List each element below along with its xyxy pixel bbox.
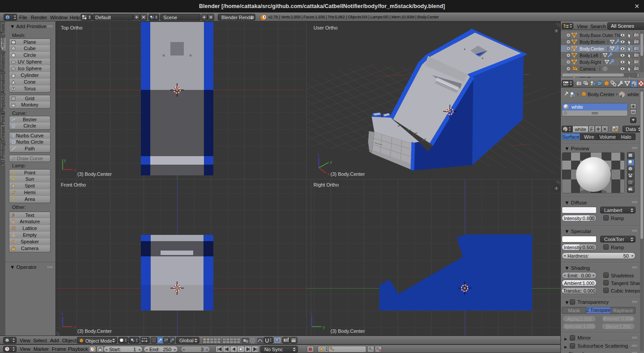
svg-text:|: | <box>607 46 609 51</box>
svg-text:(3) Body.Center: (3) Body.Center <box>77 328 112 334</box>
svg-text:(3) Body.Center: (3) Body.Center <box>330 328 365 334</box>
svg-text:Body.Left: Body.Left <box>580 53 598 58</box>
svg-text:Body.Center: Body.Center <box>580 47 605 51</box>
svg-text:y: y <box>64 158 66 162</box>
svg-text:|: | <box>599 66 601 71</box>
svg-text:|: | <box>603 60 605 64</box>
svg-text:i: i <box>7 16 8 20</box>
svg-text:white: white <box>627 92 639 97</box>
svg-text:y: y <box>330 160 332 164</box>
svg-text:z: z <box>61 311 64 316</box>
svg-text:x: x <box>74 168 76 172</box>
svg-text:z: z <box>310 311 313 316</box>
svg-text:Body.Center: Body.Center <box>588 92 615 97</box>
svg-text:|: | <box>600 53 602 58</box>
svg-text:x: x <box>74 325 76 329</box>
svg-text:Right Ortho: Right Ortho <box>314 182 339 187</box>
svg-text:(3) Body.Center: (3) Body.Center <box>77 171 112 177</box>
svg-text:Camera: Camera <box>580 67 596 72</box>
svg-text:Top Ortho: Top Ortho <box>61 25 82 30</box>
svg-text:(3) Body.Center: (3) Body.Center <box>330 171 365 177</box>
svg-text:Body.Bottom: Body.Bottom <box>580 40 605 45</box>
svg-text:x: x <box>327 172 330 176</box>
svg-text:y: y <box>323 325 325 329</box>
svg-text:Body.Base.Outer.Thin: Body.Base.Outer.Thin <box>580 33 623 38</box>
svg-text:|: | <box>607 39 609 44</box>
svg-text:Body.Right: Body.Right <box>580 60 601 65</box>
svg-text:z: z <box>318 153 320 157</box>
svg-text:Front Ortho: Front Ortho <box>61 182 86 187</box>
svg-text:User Ortho: User Ortho <box>314 25 338 30</box>
svg-text:F: F <box>12 213 15 218</box>
